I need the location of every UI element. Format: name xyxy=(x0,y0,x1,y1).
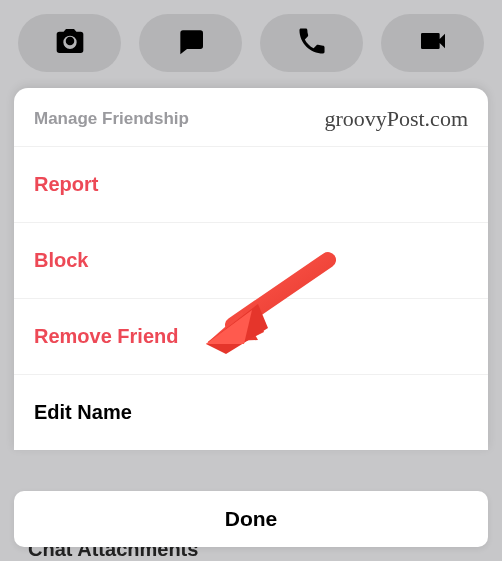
chat-icon xyxy=(175,25,207,61)
camera-icon xyxy=(54,25,86,61)
chat-button[interactable] xyxy=(139,14,242,72)
video-icon xyxy=(417,25,449,61)
video-button[interactable] xyxy=(381,14,484,72)
chat-toolbar xyxy=(0,0,502,86)
menu-item-remove-friend[interactable]: Remove Friend xyxy=(14,298,488,374)
sheet-header: Manage Friendship groovyPost.com xyxy=(14,88,488,146)
done-button[interactable]: Done xyxy=(14,491,488,547)
menu-item-report[interactable]: Report xyxy=(14,146,488,222)
watermark-text: groovyPost.com xyxy=(324,106,468,132)
menu-item-block[interactable]: Block xyxy=(14,222,488,298)
sheet-title: Manage Friendship xyxy=(34,109,189,129)
call-button[interactable] xyxy=(260,14,363,72)
camera-button[interactable] xyxy=(18,14,121,72)
manage-friendship-sheet: Manage Friendship groovyPost.com Report … xyxy=(14,88,488,450)
menu-item-edit-name[interactable]: Edit Name xyxy=(14,374,488,450)
phone-icon xyxy=(296,25,328,61)
